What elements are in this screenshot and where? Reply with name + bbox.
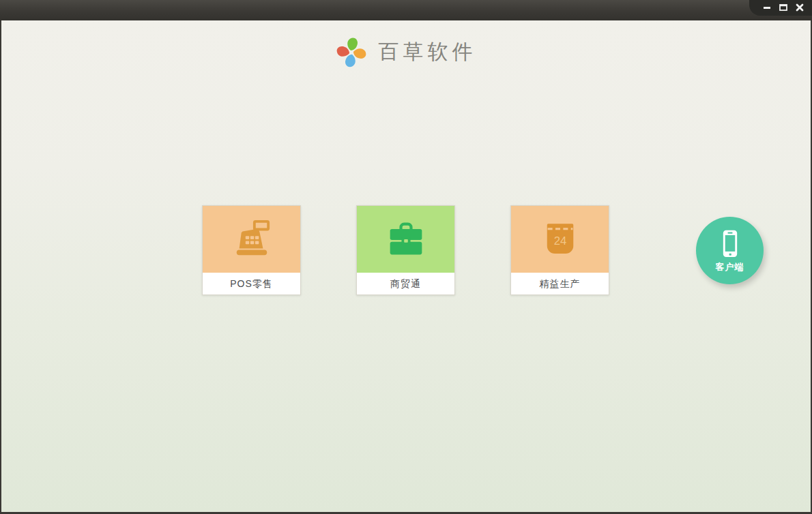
client-button[interactable]: 客户端 <box>696 217 764 284</box>
maximize-button[interactable] <box>778 2 789 13</box>
app-title: 百草软件 <box>379 38 477 66</box>
minimize-icon <box>762 3 772 12</box>
product-label-lean: 精益生产 <box>511 273 609 294</box>
product-card-pos[interactable]: POS零售 <box>202 205 301 295</box>
app-window: 百草软件 POS零售 <box>0 0 812 514</box>
product-tile-trade <box>357 206 454 273</box>
product-tile-lean: 24 <box>511 206 609 273</box>
brand-header: 百草软件 <box>1 35 811 69</box>
product-label-trade: 商贸通 <box>357 273 454 294</box>
briefcase-icon <box>386 220 426 258</box>
window-controls <box>749 0 812 16</box>
client-button-label: 客户端 <box>716 261 744 273</box>
close-icon <box>795 3 804 12</box>
close-button[interactable] <box>794 2 805 13</box>
calendar-day-number: 24 <box>553 235 566 247</box>
titlebar[interactable] <box>0 0 812 20</box>
cash-register-icon <box>231 220 273 259</box>
product-card-trade[interactable]: 商贸通 <box>356 205 455 295</box>
pinwheel-logo-icon <box>336 36 367 67</box>
product-label-pos: POS零售 <box>203 273 300 294</box>
main-content: 百草软件 POS零售 <box>1 20 811 512</box>
product-card-lean[interactable]: 24 精益生产 <box>510 205 609 295</box>
maximize-icon <box>779 3 788 12</box>
minimize-button[interactable] <box>762 2 772 13</box>
calendar-icon: 24 <box>541 220 579 258</box>
product-tile-pos <box>203 206 300 273</box>
smartphone-icon <box>719 228 741 260</box>
